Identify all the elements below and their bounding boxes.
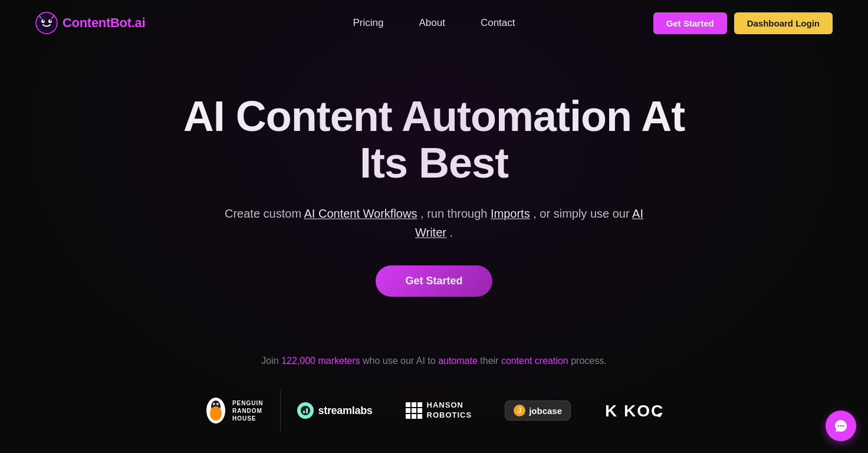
- social-proof-section: Join 122,000 marketers who use our AI to…: [0, 332, 868, 443]
- logo-koch: K KOCH: [587, 400, 679, 421]
- social-proof-content: content creation: [501, 356, 568, 366]
- hero-subtitle: Create custom AI Content Workflows , run…: [213, 204, 655, 242]
- nav-pricing[interactable]: Pricing: [353, 17, 384, 29]
- streamlabs-text: streamlabs: [318, 405, 373, 417]
- svg-point-18: [838, 425, 840, 427]
- svg-point-3: [43, 20, 44, 21]
- logo-hanson-robotics: HANSON ROBOTICS: [389, 401, 489, 421]
- logo-text: ContentBot.ai: [63, 15, 145, 31]
- navbar: ContentBot.ai Pricing About Contact Get …: [0, 0, 868, 46]
- nav-actions: Get Started Dashboard Login: [653, 12, 833, 34]
- brand-logo[interactable]: ContentBot.ai: [35, 12, 145, 34]
- social-proof-suffix: process.: [571, 356, 606, 366]
- dashboard-login-button[interactable]: Dashboard Login: [734, 12, 833, 34]
- nav-links: Pricing About Contact: [353, 17, 515, 29]
- social-proof-number-value: 122,000: [281, 356, 315, 366]
- svg-point-4: [50, 20, 51, 21]
- jobcase-badge: J jobcase: [505, 401, 571, 421]
- streamlabs-icon: [297, 402, 314, 419]
- logo-jobcase: J jobcase: [488, 401, 587, 421]
- svg-point-10: [214, 404, 215, 405]
- svg-rect-14: [303, 411, 305, 413]
- svg-point-1: [41, 19, 45, 23]
- svg-point-11: [218, 404, 219, 405]
- chat-widget-button[interactable]: [826, 411, 856, 441]
- hero-section: AI Content Automation At Its Best Create…: [0, 46, 868, 332]
- chat-icon: [833, 418, 849, 434]
- social-proof-text: Join 122,000 marketers who use our AI to…: [261, 356, 606, 366]
- penguin-icon: [205, 396, 226, 425]
- hanson-text: HANSON ROBOTICS: [427, 401, 472, 421]
- svg-point-20: [843, 425, 844, 427]
- koch-icon: K KOCH: [604, 400, 663, 421]
- logo-icon: [35, 12, 58, 34]
- hero-subtitle-link1[interactable]: AI Content Workflows: [304, 207, 417, 220]
- svg-point-19: [840, 425, 842, 427]
- social-proof-mid: who use our AI to: [363, 356, 438, 366]
- jobcase-text: jobcase: [529, 406, 562, 416]
- social-proof-automate: automate: [438, 356, 478, 366]
- nav-contact[interactable]: Contact: [481, 17, 515, 29]
- get-started-hero-button[interactable]: Get Started: [376, 265, 492, 297]
- svg-point-12: [214, 406, 218, 409]
- logo-streamlabs: streamlabs: [281, 402, 389, 419]
- svg-text:K KOCH: K KOCH: [605, 402, 663, 420]
- logo-penguin-random-house: PENGUIN RANDOM HOUSE: [189, 390, 281, 431]
- hero-subtitle-mid2: , or simply use our: [533, 207, 629, 220]
- svg-point-13: [301, 406, 310, 415]
- hanson-squares-icon: [406, 402, 422, 419]
- svg-point-17: [657, 413, 661, 417]
- social-proof-their: their: [480, 356, 501, 366]
- hero-subtitle-prefix: Create custom: [225, 207, 301, 220]
- svg-point-2: [48, 19, 52, 23]
- hero-subtitle-suffix: .: [449, 226, 453, 239]
- hero-subtitle-link2[interactable]: Imports: [491, 207, 530, 220]
- nav-about[interactable]: About: [419, 17, 445, 29]
- prh-text: PENGUIN RANDOM HOUSE: [232, 399, 264, 422]
- hero-subtitle-mid1: , run through: [420, 207, 487, 220]
- get-started-nav-button[interactable]: Get Started: [653, 12, 727, 34]
- logos-row: PENGUIN RANDOM HOUSE streamlabs: [189, 390, 679, 431]
- jobcase-icon: J: [514, 405, 525, 416]
- svg-rect-15: [306, 408, 308, 413]
- hero-title: AI Content Automation At Its Best: [169, 93, 699, 186]
- social-proof-marketers: marketers: [318, 356, 360, 366]
